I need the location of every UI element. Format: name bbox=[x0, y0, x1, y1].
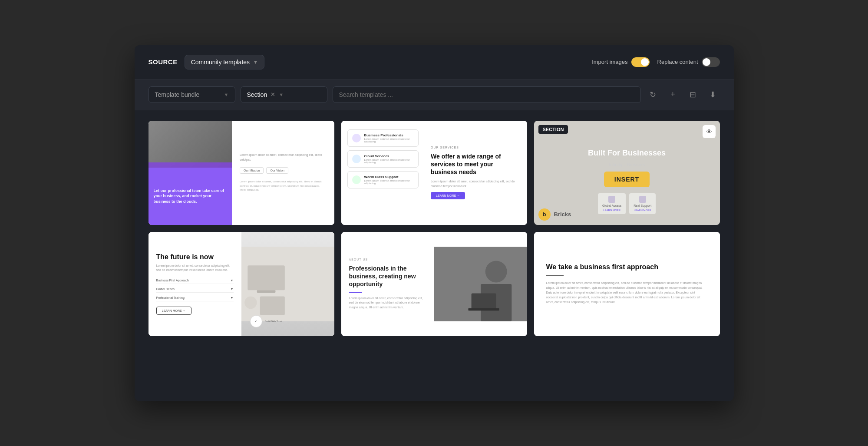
service-desc: Lorem ipsum dolor sit amet consectetur a… bbox=[364, 159, 414, 164]
template-modal: SOURCE Community templates ▼ Import imag… bbox=[135, 45, 734, 401]
template-card[interactable]: We take a business first approach Lorem … bbox=[534, 232, 720, 336]
preview-button[interactable]: 👁 bbox=[703, 125, 716, 138]
card-1-tab-vision[interactable]: Our Vision bbox=[266, 167, 288, 174]
service-text: Cloud Services Lorem ipsum dolor sit ame… bbox=[364, 154, 414, 164]
learn-more-button[interactable]: LEARN MORE → bbox=[156, 307, 191, 315]
template-bundle-select[interactable]: Template bundle ▼ bbox=[149, 86, 235, 103]
card-5-image bbox=[434, 232, 527, 336]
card-4-left: The future is now Lorem ipsum dolor sit … bbox=[149, 232, 241, 336]
card-1-right: Lorem ipsum dolor sit amet, consectetur … bbox=[232, 121, 334, 225]
card-5-body: Lorem ipsum dolor sit amet, consectetur … bbox=[349, 296, 426, 310]
accordion-item: Global Reach ▼ bbox=[156, 286, 234, 293]
svg-rect-9 bbox=[471, 293, 496, 309]
card-1-tab-mission[interactable]: Our Mission bbox=[240, 167, 264, 174]
save-icon: ⊟ bbox=[690, 90, 696, 99]
section-select[interactable]: Section ✕ ▼ bbox=[241, 86, 327, 103]
service-item: World Class Support Lorem ipsum dolor si… bbox=[347, 171, 419, 188]
service-text: Business Professionals Lorem ipsum dolor… bbox=[364, 133, 414, 143]
card-3-footer: b Bricks bbox=[538, 208, 571, 221]
card-1-image: Let our professional team take care of y… bbox=[149, 121, 232, 225]
search-box[interactable] bbox=[333, 86, 641, 103]
service-title: World Class Support bbox=[364, 175, 414, 179]
trust-badge-icon: ✓ bbox=[250, 315, 262, 327]
card-5-divider bbox=[349, 292, 362, 293]
replace-content-toggle-group: Replace content bbox=[657, 57, 720, 67]
card-6-divider bbox=[546, 275, 564, 276]
card-1-body: Lorem ipsum dolor sit amet, consectetur … bbox=[240, 153, 326, 162]
service-icon bbox=[352, 134, 361, 142]
accordion-label: Global Reach bbox=[156, 287, 175, 291]
template-card[interactable]: Let our professional team take care of y… bbox=[149, 121, 334, 225]
service-title: Business Professionals bbox=[364, 133, 414, 137]
source-dropdown-label: Community templates bbox=[191, 59, 250, 66]
plus-icon: + bbox=[670, 90, 675, 99]
filter-bar: Template bundle ▼ Section ✕ ▼ ↻ + ⊟ ⬇ bbox=[135, 79, 734, 110]
template-card[interactable]: ABOUT US Professionals in the business, … bbox=[341, 232, 527, 336]
service-icon bbox=[352, 155, 361, 163]
bricks-logo: b bbox=[538, 208, 551, 221]
source-label: SOURCE bbox=[149, 58, 178, 66]
card-2-right: OUR SERVICES We offer a wide range of se… bbox=[425, 121, 527, 225]
download-button[interactable]: ⬇ bbox=[706, 88, 720, 102]
card-6-content: We take a business first approach Lorem … bbox=[534, 232, 720, 336]
svg-rect-4 bbox=[260, 296, 284, 315]
card-5-headline: Professionals in the business, creating … bbox=[349, 264, 426, 288]
accordion-label: Professional Training bbox=[156, 296, 185, 299]
header-right: Import images Replace content bbox=[592, 57, 719, 67]
chevron-down-icon: ▼ bbox=[224, 92, 229, 97]
template-card[interactable]: The future is now Lorem ipsum dolor sit … bbox=[149, 232, 334, 336]
svg-point-3 bbox=[244, 296, 257, 309]
modal-header: SOURCE Community templates ▼ Import imag… bbox=[135, 45, 734, 79]
accordion-label: Business First Approach bbox=[156, 279, 189, 282]
card-6-body: Lorem ipsum dolor sit amet, consectetur … bbox=[546, 281, 708, 305]
svg-point-7 bbox=[485, 261, 507, 282]
download-icon: ⬇ bbox=[710, 90, 716, 99]
card-4-body: Lorem ipsum dolor sit amet, consectetur … bbox=[156, 264, 234, 273]
svg-rect-10 bbox=[468, 308, 499, 311]
card-2-headline: We offer a wide range of services to mee… bbox=[431, 152, 521, 176]
card-2-label: OUR SERVICES bbox=[431, 146, 521, 149]
card-1-overlay-text: Let our professional team take care of y… bbox=[154, 188, 227, 205]
refresh-button[interactable]: ↻ bbox=[646, 88, 660, 102]
learn-more-button[interactable]: LEARN MORE → bbox=[431, 192, 465, 199]
card-4-image: ✓ Built With Trust bbox=[241, 232, 334, 336]
service-title: Cloud Services bbox=[364, 154, 414, 158]
card-4-accordion: Business First Approach ▼ Global Reach ▼… bbox=[156, 277, 234, 301]
card-2-content: Business Professionals Lorem ipsum dolor… bbox=[341, 121, 527, 225]
replace-content-label: Replace content bbox=[657, 59, 698, 65]
card-1-lorem: Lorem ipsum dolor sit amet, consectetur … bbox=[240, 180, 326, 192]
trust-text: Built With Trust bbox=[265, 320, 282, 323]
section-badge: SECTION bbox=[538, 125, 568, 134]
card-5-left: ABOUT US Professionals in the business, … bbox=[341, 232, 434, 336]
replace-content-toggle[interactable] bbox=[702, 57, 720, 67]
import-images-toggle-group: Import images bbox=[592, 57, 649, 67]
source-dropdown[interactable]: Community templates ▼ bbox=[185, 55, 264, 69]
trust-badge: ✓ Built With Trust bbox=[250, 315, 282, 327]
card-2-services: Business Professionals Lorem ipsum dolor… bbox=[341, 121, 425, 225]
card-5-about: ABOUT US bbox=[349, 258, 426, 261]
search-input[interactable] bbox=[339, 91, 634, 98]
card-3-subtitle: Infinity - Services bbox=[609, 162, 645, 167]
filter-actions: ↻ + ⊟ ⬇ bbox=[646, 88, 720, 102]
template-grid: Let our professional team take care of y… bbox=[135, 110, 734, 347]
accordion-chevron-icon: ▼ bbox=[231, 296, 234, 299]
accordion-item: Professional Training ▼ bbox=[156, 294, 234, 301]
chevron-down-icon: ▼ bbox=[279, 92, 284, 97]
import-images-toggle[interactable] bbox=[631, 57, 650, 67]
add-button[interactable]: + bbox=[666, 88, 680, 102]
service-item: Business Professionals Lorem ipsum dolor… bbox=[347, 129, 419, 147]
insert-button[interactable]: INSERT bbox=[604, 172, 650, 187]
service-desc: Lorem ipsum dolor sit amet consectetur a… bbox=[364, 179, 414, 185]
service-icon bbox=[352, 175, 361, 184]
card-2-body: Lorem ipsum dolor sit amet, consectetur … bbox=[431, 179, 521, 188]
service-item: Cloud Services Lorem ipsum dolor sit ame… bbox=[347, 150, 419, 168]
section-label: Section bbox=[247, 91, 267, 98]
template-bundle-label: Template bundle bbox=[155, 91, 221, 98]
service-desc: Lorem ipsum dolor sit amet consectetur a… bbox=[364, 138, 414, 143]
featured-template-card[interactable]: SECTION 👁 Built For Businesses Infinity … bbox=[534, 121, 720, 225]
card-3-title: Built For Businesses bbox=[588, 149, 666, 158]
clear-section-button[interactable]: ✕ bbox=[271, 91, 275, 98]
save-button[interactable]: ⊟ bbox=[686, 88, 700, 102]
accordion-item: Business First Approach ▼ bbox=[156, 277, 234, 284]
template-card[interactable]: Business Professionals Lorem ipsum dolor… bbox=[341, 121, 527, 225]
